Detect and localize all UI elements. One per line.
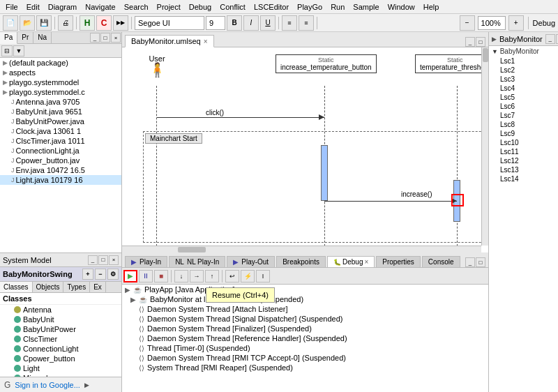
tree-item-clock[interactable]: J Clock.java 13061 1 (0, 126, 121, 136)
right-tree[interactable]: ▼ BabyMonitor Lsc1 Lsc2 Lsc3 Lsc4 Lsc5 L… (489, 46, 558, 392)
debug-tab-nl-playin[interactable]: NL NL Play-In (169, 256, 225, 267)
tree-item-clsctimer[interactable]: J ClscTimer.java 1011 (0, 136, 121, 146)
diagram-min-btn[interactable]: _ (465, 37, 475, 47)
debug-stop-btn[interactable]: ■ (154, 270, 168, 282)
diagram-tab-babymonitor[interactable]: BabyMonitor.umlseq × (125, 35, 214, 47)
close-left-btn[interactable]: × (111, 33, 121, 43)
right-min-btn[interactable]: _ (545, 34, 555, 44)
maximize-left-btn[interactable]: □ (100, 33, 110, 43)
debug-tab-debug[interactable]: 🐛 Debug × (327, 256, 375, 267)
right-tree-lsc11[interactable]: Lsc11 (489, 147, 558, 156)
sm-close-btn[interactable]: × (109, 255, 119, 265)
right-tree-lsc5[interactable]: Lsc5 (489, 93, 558, 102)
tree-item-playgo-sys[interactable]: ▶ playgo.systemmodel (0, 77, 121, 87)
menu-sample[interactable]: Sample (349, 1, 383, 13)
menu-debug[interactable]: Debug (185, 1, 216, 13)
right-tree-lsc8[interactable]: Lsc8 (489, 120, 558, 129)
class-antenna[interactable]: Antenna (0, 305, 121, 315)
align-left-btn[interactable]: ≡ (282, 15, 297, 31)
tab-navigator[interactable]: Na (33, 32, 52, 43)
thread-attach[interactable]: ⟨⟩ Daemon System Thread [Attach Listener… (122, 304, 488, 314)
right-tree-lsc9[interactable]: Lsc9 (489, 129, 558, 138)
sm-config-btn[interactable]: ⚙ (107, 269, 119, 280)
thread-timer0[interactable]: ⟨⟩ Thread [Timer-0] (Suspended) (122, 343, 488, 353)
right-tree-lsc1[interactable]: Lsc1 (489, 56, 558, 66)
class-connlight[interactable]: ConnectionLight (0, 344, 121, 354)
tree-item-antenna[interactable]: J Antenna.java 9705 (0, 97, 121, 107)
step-btn[interactable]: ▶▶ (113, 15, 128, 31)
right-tree-lsc14[interactable]: Lsc14 (489, 174, 558, 183)
right-tree-babymonitor[interactable]: ▼ BabyMonitor (489, 46, 558, 56)
class-babyunitpower[interactable]: BabyUnitPower (0, 324, 121, 334)
thread-signal[interactable]: ⟨⟩ Daemon System Thread [Signal Dispatch… (122, 314, 488, 324)
diagram-scrollbar-h[interactable] (122, 246, 481, 252)
classes-list[interactable]: Antenna BabyUnit BabyUnitPower ClscTimer… (0, 305, 121, 377)
diagram-max-btn[interactable]: □ (476, 37, 485, 47)
tree-item-env[interactable]: J Env.java 10472 16.5 (0, 165, 121, 175)
sm-maximize-btn[interactable]: □ (98, 255, 108, 265)
tab-project[interactable]: Pr (17, 32, 33, 43)
tree-item-aspects[interactable]: ▶ aspects (0, 68, 121, 77)
right-tree-lsc2[interactable]: Lsc2 (489, 66, 558, 75)
class-cpower[interactable]: Cpower_button (0, 354, 121, 363)
tree-item-default-pkg[interactable]: ▶ (default package) (0, 58, 121, 68)
tree-item-light[interactable]: J Light.java 10179 16 (0, 175, 121, 185)
minimize-left-btn[interactable]: _ (90, 33, 100, 43)
menu-diagram[interactable]: Diagram (44, 1, 82, 13)
underline-btn[interactable]: U (260, 15, 276, 31)
debug-step-over-btn[interactable]: → (190, 270, 204, 282)
font-size-input[interactable] (206, 16, 225, 30)
right-tree-lsc4[interactable]: Lsc4 (489, 84, 558, 93)
right-tree-lsc12[interactable]: Lsc12 (489, 156, 558, 165)
tab-types[interactable]: Types (63, 282, 90, 292)
menu-conflict[interactable]: Conflict (216, 1, 250, 13)
sm-add-btn[interactable]: + (82, 269, 93, 280)
tree-item-playgo-sys-c[interactable]: ▶ playgo.systemmodel.c (0, 87, 121, 97)
debug-drop-frame-btn[interactable]: ↩ (225, 270, 239, 282)
debug-tab-playout[interactable]: ▶ Play-Out (227, 256, 275, 267)
right-tree-lsc6[interactable]: Lsc6 (489, 102, 558, 111)
thread-playapp[interactable]: ▶ ☕ PlayApp [Java Application] (122, 285, 488, 294)
debug-resume-btn[interactable]: ▶ (123, 270, 137, 282)
right-tree-lsc3[interactable]: Lsc3 (489, 75, 558, 84)
debug-run-btn[interactable]: C (96, 15, 112, 31)
align-center-btn[interactable]: ≡ (299, 15, 314, 31)
sm-remove-btn[interactable]: − (95, 269, 106, 280)
sm-minimize-btn[interactable]: _ (88, 255, 98, 265)
debug-suspend-btn[interactable]: ⏸ (139, 270, 153, 282)
tab-classes[interactable]: Classes (0, 282, 33, 292)
tree-item-cpower[interactable]: J Cpower_button.jav (0, 156, 121, 165)
debug-tab-playin[interactable]: ▶ Play-In (125, 256, 167, 267)
menu-lsceditor[interactable]: LSCEditor (250, 1, 293, 13)
menu-help[interactable]: Help (419, 1, 444, 13)
debug-panel-min-btn[interactable]: _ (465, 257, 475, 267)
tab-objects[interactable]: Objects (33, 282, 64, 292)
class-babyunit[interactable]: BabyUnit (0, 315, 121, 324)
run-btn[interactable]: H (80, 15, 95, 31)
print-btn[interactable]: 🖨 (58, 15, 73, 31)
thread-list[interactable]: ▶ ☕ PlayApp [Java Application] ▶ ☕ BabyM… (122, 285, 488, 392)
sign-in-label[interactable]: Sign in to Google... (15, 381, 80, 389)
thread-refhandler[interactable]: ⟨⟩ Daemon System Thread [Reference Handl… (122, 333, 488, 343)
debug-tab-properties[interactable]: Properties (376, 256, 421, 267)
right-tree-lsc10[interactable]: Lsc10 (489, 138, 558, 147)
thread-babymonitor[interactable]: ▶ ☕ BabyMonitor at localhost:56258 (Susp… (122, 294, 488, 304)
menu-navigate[interactable]: Navigate (81, 1, 119, 13)
menu-playgo[interactable]: PlayGo (293, 1, 326, 13)
debug-tab-breakpoints[interactable]: Breakpoints (276, 256, 326, 267)
package-tree[interactable]: ▶ (default package) ▶ aspects ▶ playgo.s… (0, 58, 121, 252)
open-btn[interactable]: 📂 (20, 15, 35, 31)
tree-collapse-btn[interactable]: ⊟ (1, 45, 13, 56)
debug-tab-console[interactable]: Console (422, 256, 460, 267)
tab-ex[interactable]: Ex (90, 282, 106, 292)
font-family-input[interactable] (135, 16, 204, 30)
debug-use-step-btn[interactable]: ⚡ (241, 270, 255, 282)
tree-item-babyunit[interactable]: J BabyUnit.java 9651 (0, 107, 121, 116)
menu-file[interactable]: File (1, 1, 22, 13)
zoom-input[interactable] (478, 16, 506, 30)
debug-step-into-btn[interactable]: ↓ (174, 270, 188, 282)
save-btn[interactable]: 💾 (36, 15, 52, 31)
debug-instr-btn[interactable]: I (256, 270, 270, 282)
tab-package[interactable]: Pa (0, 32, 17, 44)
thread-finalizer[interactable]: ⟨⟩ Daemon System Thread [Finalizer] (Sus… (122, 324, 488, 333)
